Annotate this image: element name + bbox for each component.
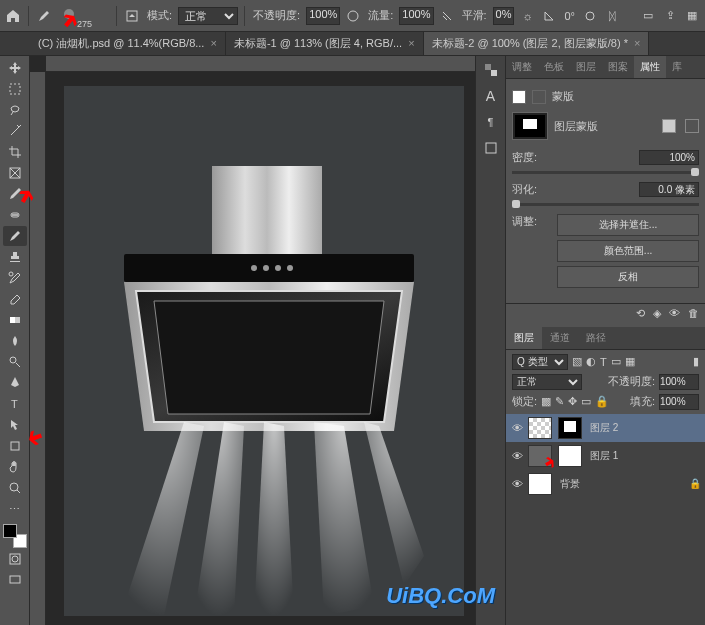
screenmode-icon[interactable] [3,570,27,590]
tab-properties[interactable]: 属性 [634,56,666,78]
brush-tool-icon[interactable] [35,7,53,25]
filter-adjust-icon[interactable]: ◐ [586,355,596,368]
filter-image-icon[interactable]: ▧ [572,355,582,368]
tab-paths[interactable]: 路径 [578,327,614,349]
glyph-panel-icon[interactable] [481,138,501,158]
blend-mode-select[interactable]: 正常 [512,374,582,390]
filter-type-icon[interactable]: T [600,356,607,368]
filter-smart-icon[interactable]: ▦ [625,355,635,368]
lock-paint-icon[interactable]: ✎ [555,395,564,408]
char-panel-icon[interactable]: A [481,86,501,106]
smoothing-value[interactable]: 0% [493,7,515,25]
eraser-tool[interactable] [3,289,27,309]
airbrush-icon[interactable] [438,7,456,25]
lock-trans-icon[interactable]: ▩ [541,395,551,408]
density-input[interactable] [639,150,699,165]
close-icon[interactable]: × [634,37,640,49]
layer-row-0[interactable]: 👁 图层 2 [506,414,705,442]
apply-mask-icon[interactable]: ◈ [653,307,661,320]
feather-slider[interactable] [512,203,699,206]
layer-thumbnail[interactable] [528,445,552,467]
select-mask-button[interactable]: 选择并遮住... [557,214,699,236]
opacity-value[interactable]: 100% [306,7,340,25]
layer-row-1[interactable]: 👁 图层 1 [506,442,705,470]
visibility-icon[interactable]: 👁 [510,450,524,462]
tab-adjust[interactable]: 调整 [506,56,538,78]
layer-name[interactable]: 图层 2 [590,421,618,435]
share-icon[interactable]: ⇪ [661,7,679,25]
tab-layers-top[interactable]: 图层 [570,56,602,78]
lock-all-icon[interactable]: 🔒 [595,395,609,408]
move-tool[interactable] [3,58,27,78]
visibility-icon[interactable]: 👁 [510,422,524,434]
lasso-tool[interactable] [3,100,27,120]
layer-name[interactable]: 图层 1 [590,449,618,463]
visibility-icon[interactable]: 👁 [510,478,524,490]
disable-mask-icon[interactable]: 👁 [669,307,680,320]
close-icon[interactable]: × [210,37,216,49]
vector-mask-btn[interactable] [685,119,699,133]
heal-tool[interactable] [3,205,27,225]
layer-thumbnail[interactable] [528,417,552,439]
fill-input[interactable] [659,394,699,410]
invert-button[interactable]: 反相 [557,266,699,288]
history-brush-tool[interactable] [3,268,27,288]
layer-opacity-input[interactable] [659,374,699,390]
brush-panel-icon[interactable] [123,7,141,25]
layer-name[interactable]: 背景 [560,477,580,491]
layer-filter-select[interactable]: Q 类型 [512,354,568,370]
flow-value[interactable]: 100% [399,7,433,25]
mask-thumbnail[interactable] [558,417,582,439]
stamp-tool[interactable] [3,247,27,267]
color-swatches[interactable] [3,524,27,548]
symmetry-icon[interactable]: ᛞ [603,7,621,25]
home-icon[interactable] [4,7,22,25]
hand-tool[interactable] [3,457,27,477]
tab-layers[interactable]: 图层 [506,327,542,349]
quickmask-icon[interactable] [3,549,27,569]
brush-size-value[interactable]: 275 [77,19,92,29]
lock-artboard-icon[interactable]: ▭ [581,395,591,408]
lock-pos-icon[interactable]: ✥ [568,395,577,408]
density-slider[interactable] [512,171,699,174]
ruler-vertical[interactable] [30,72,46,625]
doc-tab-2[interactable]: 未标题-2 @ 100% (图层 2, 图层蒙版/8) *× [424,32,650,55]
crop-tool[interactable] [3,142,27,162]
layer-mask-btn[interactable] [662,119,676,133]
tab-swatches[interactable]: 色板 [538,56,570,78]
load-sel-icon[interactable]: ⟲ [636,307,645,320]
dodge-tool[interactable] [3,352,27,372]
smoothing-options-icon[interactable]: ☼ [518,7,536,25]
pen-tool[interactable] [3,373,27,393]
angle-icon[interactable] [540,7,558,25]
layer-row-2[interactable]: 👁 背景 🔒 [506,470,705,498]
gradient-tool[interactable] [3,310,27,330]
path-select-tool[interactable] [3,415,27,435]
pressure-opacity-icon[interactable] [344,7,362,25]
type-tool[interactable]: T [3,394,27,414]
para-panel-icon[interactable]: ¶ [481,112,501,132]
angle-value[interactable]: 0° [564,10,575,22]
filter-shape-icon[interactable]: ▭ [611,355,621,368]
tab-channels[interactable]: 通道 [542,327,578,349]
brush-tool[interactable] [3,226,27,246]
cloud-icon[interactable]: ▭ [639,7,657,25]
tab-libraries[interactable]: 库 [666,56,688,78]
ruler-horizontal[interactable] [46,56,475,72]
frame-tool[interactable] [3,163,27,183]
wand-tool[interactable] [3,121,27,141]
vector-mask-icon[interactable] [532,90,546,104]
document-canvas[interactable] [64,86,464,616]
feather-input[interactable] [639,182,699,197]
zoom-tool[interactable] [3,478,27,498]
delete-mask-icon[interactable]: 🗑 [688,307,699,320]
shape-tool[interactable] [3,436,27,456]
layer-thumbnail[interactable] [528,473,552,495]
mask-thumbnail[interactable] [558,445,582,467]
eyedropper-tool[interactable] [3,184,27,204]
blend-mode-select[interactable]: 正常 [178,7,238,25]
doc-tab-1[interactable]: 未标题-1 @ 113% (图层 4, RGB/...× [226,32,424,55]
color-range-button[interactable]: 颜色范围... [557,240,699,262]
pressure-size-icon[interactable] [581,7,599,25]
mask-thumbnail[interactable] [512,112,548,140]
